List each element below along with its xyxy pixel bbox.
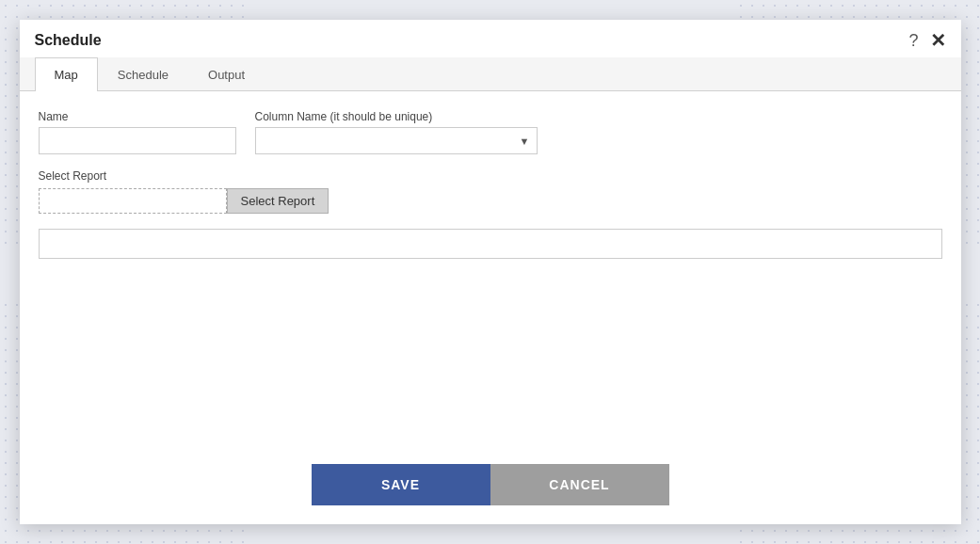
dialog-title: Schedule xyxy=(35,32,102,49)
help-icon[interactable]: ? xyxy=(908,32,918,49)
name-label: Name xyxy=(39,110,236,123)
select-report-row: Select Report xyxy=(39,188,942,214)
column-select-wrapper: ▼ xyxy=(255,127,538,154)
tab-map[interactable]: Map xyxy=(35,57,98,91)
select-report-section: Select Report Select Report xyxy=(39,169,942,214)
header-icons: ? ✕ xyxy=(908,31,945,50)
dialog-overlay: Schedule ? ✕ Map Schedule Output Name Co… xyxy=(0,0,980,544)
close-icon[interactable]: ✕ xyxy=(930,31,946,50)
select-report-label: Select Report xyxy=(39,169,942,183)
column-name-group: Column Name (it should be unique) ▼ xyxy=(255,110,538,154)
tab-schedule[interactable]: Schedule xyxy=(98,57,188,91)
name-column-row: Name Column Name (it should be unique) ▼ xyxy=(39,110,942,154)
tab-output[interactable]: Output xyxy=(188,57,265,91)
cancel-button[interactable]: CANCEL xyxy=(490,464,669,505)
tabs-container: Map Schedule Output xyxy=(20,57,961,91)
report-text-input[interactable] xyxy=(39,188,227,214)
name-input[interactable] xyxy=(39,127,236,154)
column-name-label: Column Name (it should be unique) xyxy=(255,110,538,123)
name-group: Name xyxy=(39,110,236,154)
dialog-header: Schedule ? ✕ xyxy=(20,20,961,57)
select-report-button[interactable]: Select Report xyxy=(227,188,329,214)
column-name-select[interactable] xyxy=(255,127,538,154)
dialog-footer: SAVE CANCEL xyxy=(20,449,961,524)
dialog-body: Name Column Name (it should be unique) ▼… xyxy=(20,91,961,449)
save-button[interactable]: SAVE xyxy=(312,464,490,505)
dialog: Schedule ? ✕ Map Schedule Output Name Co… xyxy=(20,20,961,524)
description-area[interactable] xyxy=(39,229,942,259)
